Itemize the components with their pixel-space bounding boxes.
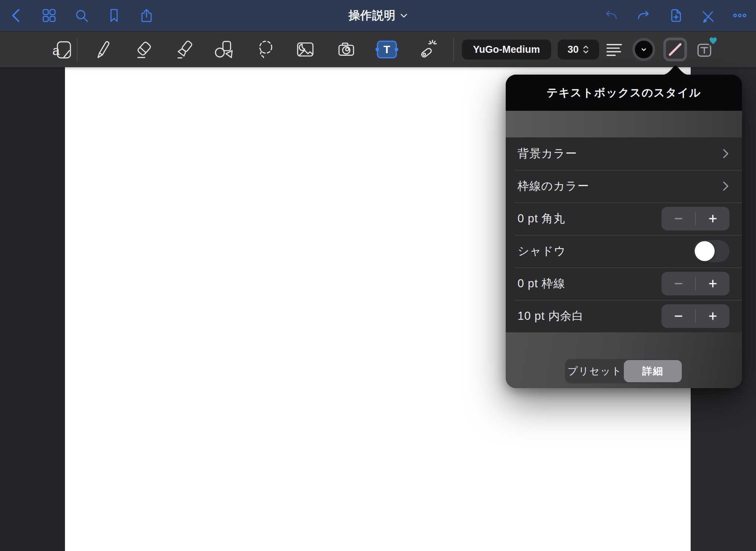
image-tool-button[interactable] <box>294 38 316 61</box>
pen-tool-button[interactable] <box>92 38 114 61</box>
popover-footer: プリセット 詳細 <box>506 332 742 388</box>
page-title: 操作説明 <box>348 8 396 23</box>
more-button[interactable] <box>731 7 749 24</box>
chevron-right-icon <box>722 148 729 160</box>
minus-button[interactable] <box>662 272 695 295</box>
back-button[interactable] <box>8 7 25 24</box>
row-border-width: 0 pt 枠線 <box>506 267 742 300</box>
segment-preset[interactable]: プリセット <box>566 360 624 382</box>
topbar-left-group <box>8 0 155 31</box>
toolbar-separator <box>77 38 78 61</box>
plus-button[interactable] <box>696 272 729 295</box>
padding-stepper <box>662 304 729 328</box>
text-tool-selected-icon: T <box>377 41 397 58</box>
undo-button[interactable] <box>602 7 620 24</box>
popover-title: テキストボックスのスタイル <box>547 85 701 100</box>
share-button[interactable] <box>138 7 155 24</box>
redo-button[interactable] <box>635 7 652 24</box>
topbar-right-group <box>602 0 749 31</box>
preset-detail-segmented-control: プリセット 詳細 <box>565 359 683 383</box>
ellipsis-icon <box>732 7 748 24</box>
text-tool-glyph: T <box>384 43 390 56</box>
redo-icon <box>635 7 652 24</box>
plus-icon <box>707 213 718 224</box>
add-page-button[interactable] <box>667 7 684 24</box>
row-label: 0 pt 角丸 <box>518 211 565 226</box>
editing-toolbar: a <box>0 31 756 67</box>
minus-icon <box>673 213 684 224</box>
page-panel-glyph: a <box>52 43 60 57</box>
text-color-button[interactable] <box>632 38 655 61</box>
row-label: 0 pt 枠線 <box>518 276 565 291</box>
popover-preview-strip <box>506 111 742 137</box>
plus-icon <box>707 311 718 322</box>
row-border-color[interactable]: 枠線のカラー <box>506 170 742 202</box>
bookmark-button[interactable] <box>105 7 123 24</box>
selection-handle <box>375 48 379 51</box>
plus-button[interactable] <box>696 304 729 328</box>
row-label: 背景カラー <box>518 146 577 161</box>
align-left-icon <box>604 39 625 60</box>
page-thumbnails-button[interactable] <box>40 7 58 24</box>
bookmark-icon <box>106 7 122 24</box>
highlighter-tool-button[interactable] <box>173 38 196 61</box>
shadow-toggle[interactable] <box>693 240 729 262</box>
font-size-value: 30 <box>567 44 578 55</box>
selection-handle <box>395 48 398 51</box>
stroke-style-icon <box>669 43 682 57</box>
corner-radius-stepper <box>662 207 729 230</box>
search-button[interactable] <box>73 7 90 24</box>
grid-icon <box>41 7 57 24</box>
segment-detail[interactable]: 詳細 <box>624 360 682 382</box>
highlighter-icon <box>174 39 195 60</box>
text-align-button[interactable] <box>603 38 625 61</box>
minus-button[interactable] <box>662 304 695 328</box>
lasso-icon <box>255 39 276 60</box>
row-label: 枠線のカラー <box>518 178 589 194</box>
share-icon <box>138 7 155 24</box>
plus-button[interactable] <box>696 207 729 230</box>
page-panel-button[interactable]: a <box>51 38 73 61</box>
document-title-button[interactable]: 操作説明 <box>348 0 408 31</box>
add-page-icon <box>667 7 684 24</box>
chevron-left-icon <box>8 7 25 24</box>
font-button[interactable]: YuGo-Medium <box>462 40 551 59</box>
toolbar-separator <box>453 38 454 61</box>
font-size-stepper[interactable]: 30 <box>558 40 599 59</box>
minus-button[interactable] <box>662 207 695 230</box>
row-background-color[interactable]: 背景カラー <box>506 137 742 170</box>
plus-icon <box>707 278 718 289</box>
row-padding: 10 pt 内余白 <box>506 300 742 332</box>
minus-icon <box>673 278 684 289</box>
text-tool-button[interactable]: T <box>376 38 398 61</box>
lasso-tool-button[interactable] <box>255 38 277 61</box>
undo-icon <box>603 7 619 24</box>
row-label: シャドウ <box>518 243 566 259</box>
app-window: 操作説明 <box>0 0 756 551</box>
textbox-style-popover: テキストボックスのスタイル 背景カラー 枠線のカラー 0 pt 角丸 <box>506 75 742 388</box>
pen-icon <box>93 39 114 60</box>
textbox-style-button[interactable] <box>663 38 687 61</box>
chevron-down-icon <box>640 45 648 54</box>
eraser-tool-button[interactable] <box>133 38 155 61</box>
row-label: 10 pt 内余白 <box>518 308 584 324</box>
text-favorites-button[interactable] <box>694 38 717 61</box>
page-panel-icon: a <box>51 39 73 60</box>
updown-chevrons-icon <box>582 44 590 55</box>
toggle-knob <box>695 241 715 261</box>
laser-pointer-button[interactable] <box>416 38 438 61</box>
camera-icon <box>336 39 357 60</box>
segment-label: プリセット <box>567 365 622 378</box>
heart-badge <box>708 35 719 47</box>
eraser-icon <box>133 39 154 60</box>
chevron-right-icon <box>722 180 729 192</box>
popover-arrow <box>662 65 690 75</box>
pen-disable-icon <box>700 7 716 24</box>
camera-tool-button[interactable] <box>335 38 357 61</box>
font-name-label: YuGo-Medium <box>473 44 540 55</box>
shapes-tool-button[interactable] <box>213 38 235 61</box>
heart-icon <box>709 37 718 45</box>
shapes-icon <box>213 39 235 60</box>
top-navigation-bar: 操作説明 <box>0 0 756 31</box>
stylus-toggle-button[interactable] <box>699 7 717 24</box>
